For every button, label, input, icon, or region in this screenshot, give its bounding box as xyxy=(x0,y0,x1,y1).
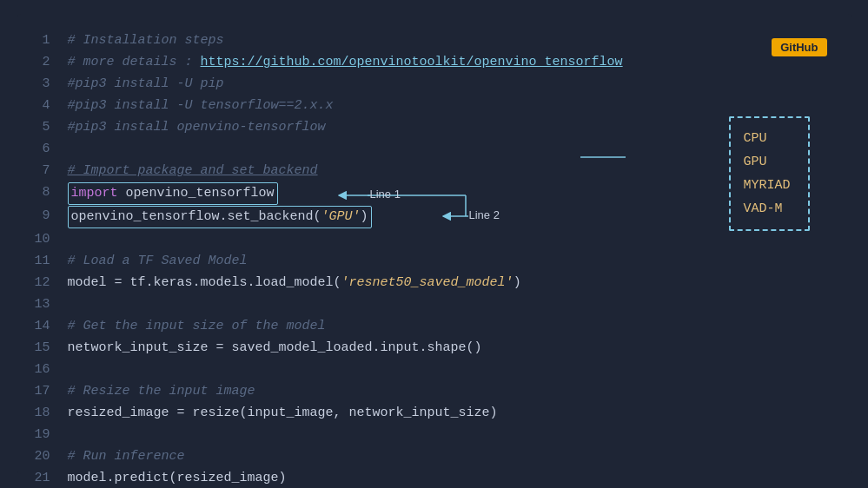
table-row: 5 #pip3 install openvino-tensorflow xyxy=(35,116,834,138)
line-code: # Import package and set backend xyxy=(68,160,834,181)
line-code: import openvino_tensorflow xyxy=(68,181,834,205)
table-row: 8 import openvino_tensorflow xyxy=(35,181,834,205)
comment-text: #pip3 install openvino-tensorflow xyxy=(68,120,326,135)
line-number: 20 xyxy=(35,445,68,467)
line-code: network_input_size = saved_model_loaded.… xyxy=(68,337,834,359)
table-row: 19 xyxy=(35,424,834,445)
line-number: 8 xyxy=(35,181,68,205)
table-row: 6 xyxy=(35,138,834,160)
table-row: 14 # Get the input size of the model xyxy=(35,315,834,337)
line-number: 16 xyxy=(35,359,68,380)
line-code: model = tf.keras.models.load_model('resn… xyxy=(68,272,834,293)
line-number: 15 xyxy=(35,337,68,359)
code-container: GitHub 1 # Installation steps 2 # xyxy=(17,14,851,474)
line-number: 3 xyxy=(35,73,68,95)
code-text: openvino_tensorflow.set_backend( xyxy=(71,209,321,224)
table-row: 4 #pip3 install -U tensorflow==2.x.x xyxy=(35,95,834,116)
line-number: 6 xyxy=(35,138,68,160)
comment-text: #pip3 install -U pip xyxy=(68,76,224,91)
table-row: 3 #pip3 install -U pip xyxy=(35,73,834,95)
table-row: 16 xyxy=(35,359,834,380)
line-code xyxy=(68,359,834,380)
table-row: 11 # Load a TF Saved Model xyxy=(35,250,834,272)
line-number: 4 xyxy=(35,95,68,116)
comment-text: # more details : xyxy=(68,55,201,69)
line-code: #pip3 install -U tensorflow==2.x.x xyxy=(68,95,834,116)
set-backend-highlight-box: openvino_tensorflow.set_backend('GPU') xyxy=(68,206,372,228)
string-text: 'GPU' xyxy=(321,209,361,224)
backend-option-myriad: MYRIAD xyxy=(743,174,790,197)
github-badge[interactable]: GitHub xyxy=(772,38,826,56)
table-row: 7 # Import package and set backend xyxy=(35,160,834,181)
line-code xyxy=(68,138,834,160)
line-number: 19 xyxy=(35,424,68,445)
line-code: #pip3 install openvino-tensorflow xyxy=(68,116,834,138)
line-number: 18 xyxy=(35,402,68,424)
code-text: openvino_tensorflow xyxy=(118,186,275,201)
line-code: openvino_tensorflow.set_backend('GPU') xyxy=(68,205,834,228)
keyword-import: import xyxy=(71,186,118,201)
line-number: 9 xyxy=(35,205,68,228)
line-number: 11 xyxy=(35,250,68,272)
table-row: 13 xyxy=(35,293,834,315)
table-row: 20 # Run inference xyxy=(35,445,834,467)
line-code: # Get the input size of the model xyxy=(68,315,834,337)
comment-text: # Run inference xyxy=(68,449,185,464)
code-text: ) xyxy=(514,275,521,290)
code-text: model = tf.keras.models.load_model( xyxy=(68,275,341,290)
line-number: 21 xyxy=(35,467,68,488)
comment-text: # Load a TF Saved Model xyxy=(68,254,248,268)
backend-option-vadm: VAD-M xyxy=(743,197,790,221)
line-number: 17 xyxy=(35,380,68,402)
line-code: # Installation steps xyxy=(68,30,834,51)
line1-annotation: Line 1 xyxy=(370,188,401,201)
line-code: resized_image = resize(input_image, netw… xyxy=(68,402,834,424)
comment-text: # Import package and set backend xyxy=(68,163,318,178)
comment-text: #pip3 install -U tensorflow==2.x.x xyxy=(68,98,334,113)
code-text: ) xyxy=(361,209,368,224)
code-text: resized_image = resize(input_image, netw… xyxy=(68,406,498,420)
table-row: 9 openvino_tensorflow.set_backend('GPU') xyxy=(35,205,834,228)
backend-options-callout: CPU GPU MYRIAD VAD-M xyxy=(729,116,809,231)
line-code xyxy=(68,424,834,445)
line-code: model.predict(resized_image) xyxy=(68,467,834,488)
line-number: 12 xyxy=(35,272,68,293)
table-row: 12 model = tf.keras.models.load_model('r… xyxy=(35,272,834,293)
comment-text: # Get the input size of the model xyxy=(68,319,326,333)
line-code xyxy=(68,293,834,315)
string-text: 'resnet50_saved_model' xyxy=(341,275,514,290)
line-number: 13 xyxy=(35,293,68,315)
line-number: 5 xyxy=(35,116,68,138)
line-number: 2 xyxy=(35,51,68,73)
import-highlight-box: import openvino_tensorflow xyxy=(68,182,278,205)
line2-annotation: Line 2 xyxy=(469,208,500,221)
comment-text: # Resize the input image xyxy=(68,384,255,399)
url-text[interactable]: https://github.com/openvinotoolkit/openv… xyxy=(201,55,623,69)
line-number: 1 xyxy=(35,30,68,51)
table-row: 1 # Installation steps xyxy=(35,30,834,51)
table-row: 15 network_input_size = saved_model_load… xyxy=(35,337,834,359)
code-text: network_input_size = saved_model_loaded.… xyxy=(68,340,482,355)
code-text: model.predict(resized_image) xyxy=(68,471,287,485)
line-code: # Load a TF Saved Model xyxy=(68,250,834,272)
table-row: 2 # more details : https://github.com/op… xyxy=(35,51,834,73)
line-code: #pip3 install -U pip xyxy=(68,73,834,95)
line-number: 7 xyxy=(35,160,68,181)
line-code: # Resize the input image xyxy=(68,380,834,402)
line-code: # more details : https://github.com/open… xyxy=(68,51,834,73)
line-number: 10 xyxy=(35,228,68,250)
table-row: 10 xyxy=(35,228,834,250)
table-row: 17 # Resize the input image xyxy=(35,380,834,402)
backend-option-gpu: GPU xyxy=(743,150,790,174)
line-code: # Run inference xyxy=(68,445,834,467)
backend-option-cpu: CPU xyxy=(743,127,790,150)
table-row: 21 model.predict(resized_image) xyxy=(35,467,834,488)
code-block: 1 # Installation steps 2 # more details … xyxy=(35,30,834,488)
line-number: 14 xyxy=(35,315,68,337)
comment-text: # Installation steps xyxy=(68,33,224,48)
line-code xyxy=(68,228,834,250)
table-row: 18 resized_image = resize(input_image, n… xyxy=(35,402,834,424)
